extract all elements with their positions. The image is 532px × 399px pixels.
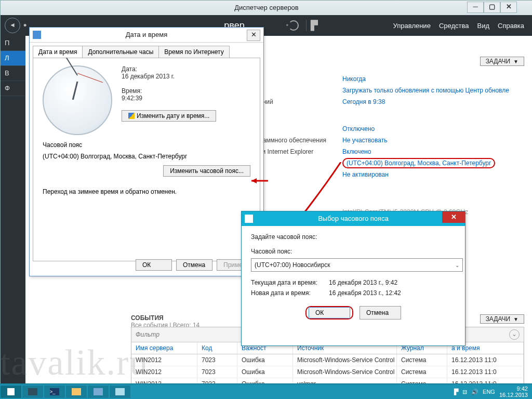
- globe-icon: [245, 215, 253, 223]
- menu-view[interactable]: Вид: [477, 22, 489, 30]
- close-button[interactable]: ✕: [500, 2, 517, 13]
- date-label: Дата:: [122, 65, 216, 73]
- tray-clock[interactable]: 9:42 16.12.2013: [499, 385, 528, 398]
- menu-bar: Управление Средства Вид Справка: [393, 22, 532, 30]
- tz-dialog-titlebar: Выбор часового пояса ✕: [242, 211, 465, 226]
- table-row[interactable]: WIN20127023ОшибкаMicrosoft-Windows-Servi…: [131, 366, 524, 378]
- current-dt-label: Текущая дата и время:: [251, 279, 329, 286]
- prop-link-updates-mode[interactable]: Загружать только обновления с помощью Це…: [342, 87, 509, 94]
- tray-lang[interactable]: ENG: [483, 389, 495, 395]
- prop-link-iesec[interactable]: Включено: [342, 148, 371, 155]
- app-titlebar: Диспетчер серверов ─ ▢ ✕: [1, 1, 532, 16]
- dt-tabs: Дата и время Дополнительные часы Время п…: [33, 46, 260, 58]
- new-dt-value: 16 декабря 2013 г., 12:42: [329, 289, 401, 297]
- menu-manage[interactable]: Управление: [393, 22, 431, 30]
- change-timezone-button[interactable]: Изменить часовой пояс...: [163, 165, 250, 177]
- time-label: Время:: [122, 87, 216, 95]
- analog-clock: [43, 65, 112, 135]
- prop-link-ceip[interactable]: Не участвовать: [342, 137, 387, 144]
- system-tray: ▛ ⊟ 🔊 ENG 9:42 16.12.2013: [454, 385, 532, 398]
- minimize-button[interactable]: ─: [467, 2, 484, 13]
- taskbar-date-time[interactable]: [88, 385, 109, 398]
- col-code[interactable]: Код: [197, 342, 237, 354]
- nav-item-3[interactable]: Ф: [1, 81, 25, 96]
- maximize-button[interactable]: ▢: [484, 2, 500, 13]
- prop-link-timezone[interactable]: (UTC+04:00) Волгоград, Москва, Санкт-Пет…: [347, 159, 491, 167]
- nav-item-2[interactable]: В: [1, 66, 25, 81]
- app-title: Диспетчер серверов: [234, 4, 299, 11]
- tz-ok-bubble: ОК: [305, 306, 353, 320]
- tasks-button[interactable]: ЗАДАЧИ▼: [480, 57, 524, 66]
- tz-cancel-button[interactable]: Отмена: [360, 306, 401, 320]
- menu-help[interactable]: Справка: [498, 22, 524, 30]
- taskbar-timezone[interactable]: [110, 385, 130, 398]
- prop-link-activation[interactable]: Не активирован: [342, 171, 389, 178]
- tray-flag-icon[interactable]: ▛: [454, 389, 458, 395]
- timezone-value: (UTC+04:00) Волгоград, Москва, Санкт-Пет…: [43, 153, 250, 160]
- time-value: 9:42:39: [122, 95, 216, 102]
- taskbar-powershell[interactable]: >_: [44, 385, 65, 398]
- tz-close-button[interactable]: ✕: [442, 211, 465, 223]
- start-button[interactable]: [1, 385, 21, 398]
- tray-sound-icon[interactable]: 🔊: [471, 389, 478, 395]
- flag-icon[interactable]: ▛: [311, 20, 318, 31]
- new-dt-label: Новая дата и время:: [251, 289, 329, 297]
- shield-icon: [128, 113, 135, 119]
- clock-icon: [33, 31, 41, 39]
- tz-label: Часовой пояс:: [251, 248, 456, 255]
- date-time-dialog: Дата и время ✕ Дата и время Дополнительн…: [29, 27, 264, 276]
- events-tasks-button[interactable]: ЗАДАЧИ▼: [480, 314, 524, 324]
- taskbar-server-manager[interactable]: [22, 385, 43, 398]
- nav-item-1[interactable]: Л: [1, 51, 25, 66]
- tz-prompt: Задайте часовой пояс:: [251, 233, 456, 241]
- tray-network-icon[interactable]: ⊟: [462, 389, 467, 395]
- left-nav: П Л В Ф: [1, 36, 26, 385]
- change-date-time-button[interactable]: Изменить дату и время...: [122, 110, 216, 122]
- date-value: 16 декабря 2013 г.: [122, 73, 216, 80]
- tz-body: Задайте часовой пояс: Часовой пояс: (UTC…: [242, 226, 465, 327]
- prop-link-last-check[interactable]: Никогда: [342, 75, 366, 83]
- timezone-header: Часовой пояс: [43, 141, 250, 149]
- dt-panel: Дата: 16 декабря 2013 г. Время: 9:42:39 …: [33, 58, 260, 261]
- timezone-selected-value: (UTC+07:00) Новосибирск: [255, 261, 330, 269]
- taskbar-explorer[interactable]: [66, 385, 87, 398]
- prop-link-feedback[interactable]: Отключено: [342, 125, 375, 132]
- dt-dialog-titlebar: Дата и время ✕: [30, 28, 263, 43]
- chevron-down-icon: ⌄: [455, 262, 459, 268]
- tab-internet-time[interactable]: Время по Интернету: [158, 46, 229, 58]
- tab-datetime[interactable]: Дата и время: [33, 46, 83, 58]
- dt-cancel-button[interactable]: Отмена: [176, 259, 212, 271]
- nav-item-0[interactable]: П: [1, 36, 25, 51]
- tab-additional-clocks[interactable]: Дополнительные часы: [82, 46, 159, 58]
- dst-note: Переход на зимнее время и обратно отмене…: [43, 188, 250, 195]
- taskbar: >_ ▛ ⊟ 🔊 ENG 9:42 16.12.2013: [0, 383, 532, 399]
- nav-back-button[interactable]: ◄: [5, 18, 20, 33]
- prop-timezone-bubble: (UTC+04:00) Волгоград, Москва, Санкт-Пет…: [342, 158, 495, 168]
- current-dt-value: 16 декабря 2013 г., 9:42: [329, 279, 397, 286]
- dt-ok-button[interactable]: ОК: [136, 259, 172, 271]
- menu-tools[interactable]: Средства: [439, 22, 469, 30]
- col-server[interactable]: Имя сервера: [131, 342, 197, 354]
- refresh-icon[interactable]: [288, 20, 299, 31]
- prop-link-last-installed[interactable]: Сегодня в 9:38: [342, 98, 385, 105]
- dt-info: Дата: 16 декабря 2013 г. Время: 9:42:39 …: [122, 65, 216, 122]
- table-row[interactable]: WIN20127023ОшибкаMicrosoft-Windows-Servi…: [131, 354, 524, 366]
- filter-placeholder: Фильтр: [136, 331, 159, 338]
- filter-options-icon[interactable]: ⌄: [509, 329, 520, 340]
- chevron-down-icon: ▼: [513, 59, 518, 64]
- dt-close-button[interactable]: ✕: [247, 30, 260, 41]
- tz-ok-button[interactable]: ОК: [309, 307, 350, 318]
- chevron-down-icon: ▼: [513, 316, 518, 322]
- timezone-select[interactable]: (UTC+07:00) Новосибирск ⌄: [251, 258, 463, 272]
- timezone-select-dialog: Выбор часового пояса ✕ Задайте часовой п…: [241, 211, 466, 346]
